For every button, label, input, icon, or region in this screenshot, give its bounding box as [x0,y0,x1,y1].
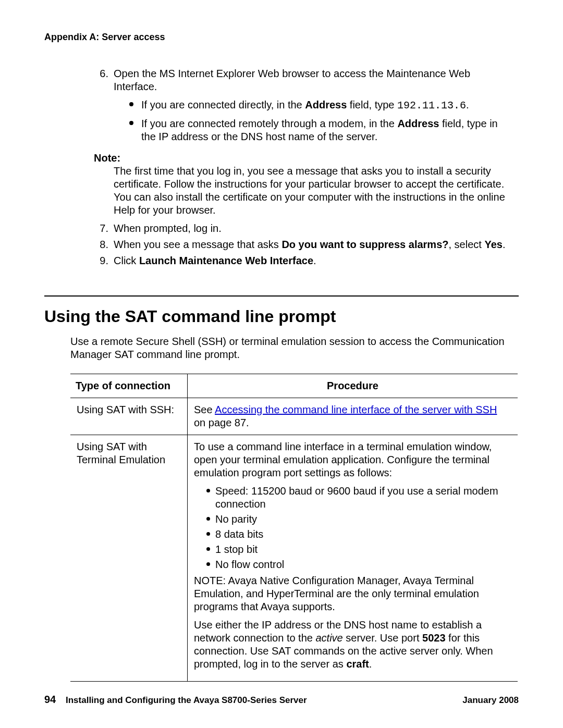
note-body: The first time that you log in, you see … [114,165,512,217]
step-number: 7. [94,222,108,235]
text: . [503,239,506,250]
bullet-item: If you are connected remotely through a … [129,117,512,143]
cell-type: Using SAT with Terminal Emulation [70,435,188,681]
bullet-text: No parity [215,513,257,526]
text: See [194,404,215,415]
step-number: 6. [94,67,108,149]
footer-date: January 2008 [462,695,519,706]
step-body: When you see a message that asks Do you … [114,238,512,251]
step-7: 7. When prompted, log in. [94,222,512,235]
bold-text: Address [397,118,439,129]
cell-procedure: See Accessing the command line interface… [188,398,518,435]
table-row: Using SAT with SSH: See Accessing the co… [70,398,518,435]
bullet-icon [129,121,133,125]
text: . [466,99,469,110]
footer-left: 94 Installing and Configuring the Avaya … [44,693,307,706]
bullet-icon [206,489,210,492]
note-block: Note: The first time that you log in, yo… [94,152,512,217]
step-number: 9. [94,254,108,267]
link-ssh-access[interactable]: Accessing the command line interface of … [215,404,497,415]
bold-text: Do you want to suppress alarms? [282,239,448,250]
page: Appendix A: Server access 6. Open the MS… [0,0,563,728]
bullet-icon [206,517,210,521]
step-6: 6. Open the MS Internet Explorer Web bro… [94,67,512,149]
bullet-item: 8 data bits [206,528,511,541]
bullet-icon [206,562,210,566]
bold-text: 5023 [422,632,446,644]
cell-paragraph: Use either the IP address or the DNS hos… [194,619,511,671]
text: . [369,658,372,670]
text: Click [114,255,139,266]
table-row: Using SAT with Terminal Emulation To use… [70,435,518,681]
bullet-icon [129,102,133,106]
text: When you see a message that asks [114,239,282,250]
text: , select [448,239,484,250]
footer: 94 Installing and Configuring the Avaya … [44,693,519,706]
text: If you are connected directly, in the [141,99,305,110]
cell-type: Using SAT with SSH: [70,398,188,435]
cell-bullet-list: Speed: 115200 baud or 9600 baud if you u… [206,485,511,571]
step-9: 9. Click Launch Maintenance Web Interfac… [94,254,512,267]
bullet-text: If you are connected directly, in the Ad… [141,98,512,112]
note-label: Note: [94,152,512,165]
bullet-item: No flow control [206,558,511,571]
step-list-cont: 7. When prompted, log in. 8. When you se… [44,222,512,267]
th-procedure: Procedure [188,374,518,398]
mono-text: 192.11.13.6 [397,100,466,112]
bullet-text: 1 stop bit [215,543,258,556]
bullet-item: 1 stop bit [206,543,511,556]
bullet-icon [206,547,210,551]
bullet-item: If you are connected directly, in the Ad… [129,98,512,112]
procedure-table: Type of connection Procedure Using SAT w… [70,374,518,682]
bullet-text: 8 data bits [215,528,263,541]
bullet-item: Speed: 115200 baud or 9600 baud if you u… [206,485,511,511]
header-appendix: Appendix A: Server access [44,31,519,43]
section-heading: Using the SAT command line prompt [44,306,519,327]
section-rule [44,295,519,297]
text: . [313,255,316,266]
step-body: Click Launch Maintenance Web Interface. [114,254,512,267]
cell-paragraph: NOTE: Avaya Native Configuration Manager… [194,574,511,613]
text: field, type [347,99,397,110]
bullet-text: If you are connected remotely through a … [141,117,512,143]
cell-paragraph: To use a command line interface in a ter… [194,440,511,479]
cell-procedure: To use a command line interface in a ter… [188,435,518,681]
step-body: Open the MS Internet Explorer Web browse… [114,67,512,149]
bold-text: Yes [484,239,502,250]
text: on page 87. [194,417,249,428]
bold-text: craft [346,658,369,670]
th-type: Type of connection [70,374,188,398]
page-number: 94 [44,694,56,705]
text: If you are connected remotely through a … [141,118,397,129]
bullet-list: If you are connected directly, in the Ad… [129,98,512,143]
step-text: Open the MS Internet Explorer Web browse… [114,68,470,92]
footer-title: Installing and Configuring the Avaya S87… [66,695,307,705]
bullet-item: No parity [206,513,511,526]
bullet-text: No flow control [215,558,284,571]
text: server. Use port [343,632,422,644]
section-intro: Use a remote Secure Shell (SSH) or termi… [70,335,512,361]
italic-text: active [315,632,342,644]
step-8: 8. When you see a message that asks Do y… [94,238,512,251]
bullet-text: Speed: 115200 baud or 9600 baud if you u… [215,485,511,511]
step-list: 6. Open the MS Internet Explorer Web bro… [44,67,512,149]
bold-text: Launch Maintenance Web Interface [139,255,313,266]
bold-text: Address [305,99,347,110]
bullet-icon [206,532,210,536]
step-number: 8. [94,238,108,251]
step-body: When prompted, log in. [114,222,512,235]
